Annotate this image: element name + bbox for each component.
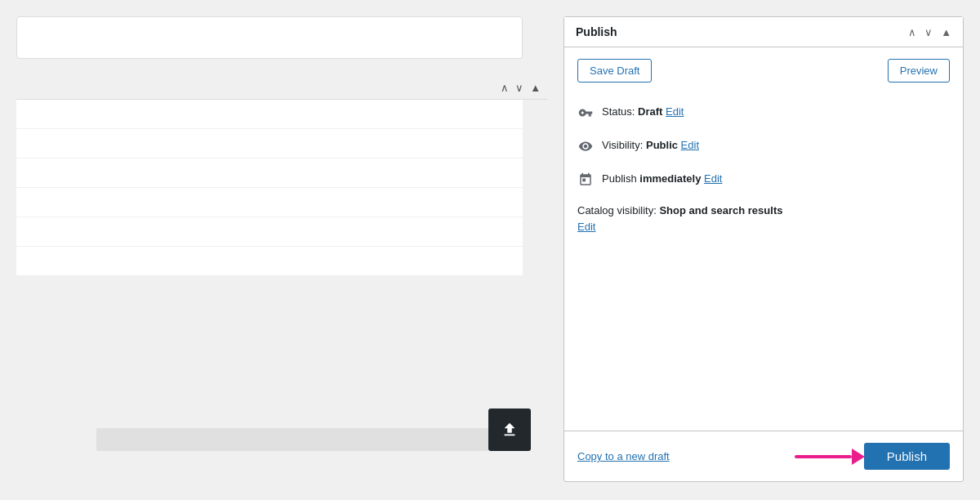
visibility-text: Visibility: Public Edit <box>602 137 699 154</box>
publish-time-text: Publish immediately Edit <box>602 171 722 187</box>
action-buttons: Save Draft Preview <box>577 59 950 83</box>
editor-section: ∧ ∨ ▲ <box>16 77 547 276</box>
line-1 <box>16 100 523 129</box>
status-row: Status: Draft Edit <box>577 96 950 129</box>
line-3 <box>16 158 523 188</box>
down-arrow-icon[interactable]: ∨ <box>515 82 523 94</box>
upload-progress-bar <box>96 428 488 451</box>
visibility-value: Public <box>646 139 678 151</box>
publish-metabox: Publish ∧ ∨ ▲ Save Draft Preview Status:… <box>564 16 964 482</box>
metabox-footer: Copy to a new draft Publish <box>564 431 963 481</box>
upload-area <box>96 408 531 451</box>
title-input[interactable] <box>16 16 523 59</box>
publish-time-edit-link[interactable]: Edit <box>704 172 722 185</box>
metabox-body: Save Draft Preview Status: Draft Edit <box>564 47 963 431</box>
visibility-icon <box>577 138 594 154</box>
publish-button[interactable]: Publish <box>864 443 950 470</box>
status-edit-link[interactable]: Edit <box>666 105 684 118</box>
up-arrow-icon[interactable]: ∧ <box>501 82 509 94</box>
line-5 <box>16 217 523 247</box>
visibility-edit-link[interactable]: Edit <box>681 139 699 151</box>
line-4 <box>16 188 523 217</box>
upload-button[interactable] <box>488 408 531 451</box>
metabox-title: Publish <box>576 25 617 38</box>
editor-lines <box>16 100 523 276</box>
collapse-icon[interactable]: ▲ <box>530 82 541 94</box>
metabox-down-icon[interactable]: ∨ <box>924 26 933 38</box>
catalog-value: Shop and search results <box>659 204 782 217</box>
metabox-up-icon[interactable]: ∧ <box>908 26 916 38</box>
publish-arrow <box>795 449 865 465</box>
arrow-line <box>795 455 852 458</box>
calendar-icon <box>577 172 594 188</box>
metabox-header: Publish ∧ ∨ ▲ <box>564 17 963 47</box>
catalog-edit-link[interactable]: Edit <box>577 221 595 233</box>
upload-icon <box>501 421 519 439</box>
line-6 <box>16 247 523 276</box>
catalog-text: Catalog visibility: Shop and search resu… <box>577 204 950 217</box>
publish-time-value: immediately <box>639 172 701 185</box>
publish-time-row: Publish immediately Edit <box>577 163 950 196</box>
status-icon <box>577 105 594 121</box>
copy-draft-link[interactable]: Copy to a new draft <box>577 450 670 462</box>
metabox-header-controls: ∧ ∨ ▲ <box>908 26 951 38</box>
save-draft-button[interactable]: Save Draft <box>577 59 652 83</box>
status-value: Draft <box>638 105 662 118</box>
line-2 <box>16 129 523 158</box>
catalog-row: Catalog visibility: Shop and search resu… <box>577 196 950 236</box>
left-panel: ∧ ∨ ▲ <box>0 0 564 500</box>
status-text: Status: Draft Edit <box>602 104 684 120</box>
visibility-row: Visibility: Public Edit <box>577 129 950 163</box>
arrow-head <box>852 449 865 465</box>
preview-button[interactable]: Preview <box>888 59 950 83</box>
editor-toolbar: ∧ ∨ ▲ <box>16 77 547 100</box>
metabox-collapse-icon[interactable]: ▲ <box>941 26 951 38</box>
